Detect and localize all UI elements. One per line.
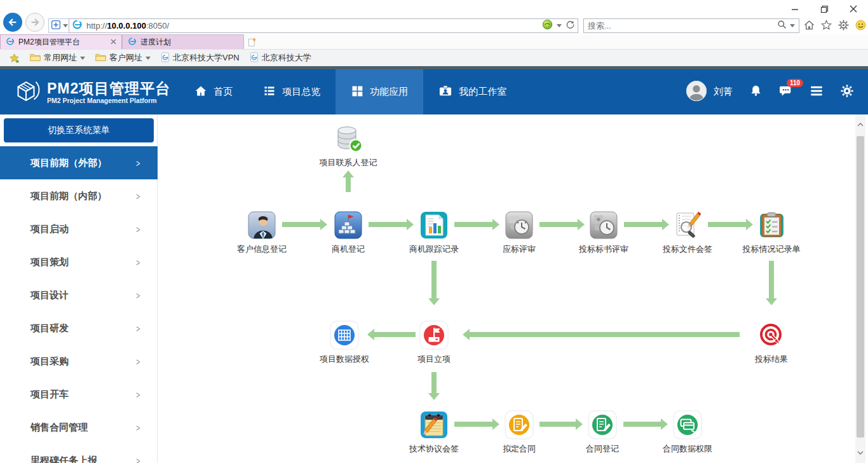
target-icon [756,320,787,350]
workflow-canvas: 项目联系人登记 客户信息登记 商机登记 商机跟踪记录 [158,114,855,463]
search-input[interactable] [588,21,777,31]
flow-node-technical-agreement-countersign[interactable]: 技术协议会签 [393,410,475,455]
flow-node-bid-record-sheet[interactable]: 投标情况记录单 [730,210,813,255]
search-caret-icon[interactable] [790,24,795,27]
new-tab-button[interactable] [244,34,261,49]
cube-logo-icon [11,76,41,108]
clipboard-checklist-icon [756,210,787,240]
workspace-icon [438,85,452,99]
flow-node-contract-data-permission[interactable]: 合同数据权限 [646,410,729,455]
settings-gear-icon[interactable] [837,19,850,34]
favorites-folder-common[interactable]: 常用网址 [26,51,89,65]
sidebar-item-sales-contract[interactable]: 销售合同管理> [0,411,158,444]
app-logo[interactable]: PM2项目管理平台 PM2 Project Management Platfor… [0,69,179,114]
sidebar-item-label: 项目启动 [31,223,69,235]
draft-contract-icon [504,410,534,440]
tab-close-icon[interactable] [111,38,116,46]
flow-node-customer-info-registration[interactable]: 客户信息登记 [220,210,303,255]
browser-window: http://10.0.0.100:8050/ [0,0,868,463]
close-window-button[interactable] [839,0,868,18]
search-icon[interactable] [777,20,787,32]
nav-home[interactable]: 首页 [179,69,248,114]
tab-pm2-platform[interactable]: PM2项目管理平台 [0,34,122,49]
user-menu[interactable]: 刘菁 [686,80,733,104]
sidebar-item-project-design[interactable]: 项目设计> [0,279,158,312]
cards-permission-icon [672,410,703,440]
nav-label: 功能应用 [370,86,408,98]
menu-button[interactable] [810,85,824,99]
chevron-right-icon: > [137,158,140,169]
flow-node-bid-document-review[interactable]: 投标标书评审 [562,210,645,255]
nav-my-workspace[interactable]: 我的工作室 [423,69,522,114]
switch-system-menu-button[interactable]: 切换至系统菜单 [4,118,154,142]
back-button[interactable] [3,13,22,32]
folder-icon [30,53,41,64]
sidebar-item-label: 项目设计 [31,289,69,301]
flow-arrow-down [428,261,440,305]
sidebar-item-project-drive[interactable]: 项目开车> [0,378,158,411]
clock-review-icon [504,210,534,240]
forward-button[interactable] [25,13,44,32]
app-header: PM2项目管理平台 PM2 Project Management Platfor… [0,69,868,114]
sidebar-item-milestone-report[interactable]: 里程碑任务上报> [0,444,158,463]
scrollbar-thumb[interactable] [857,136,864,438]
scroll-down-icon[interactable] [855,448,865,458]
sidebar-item-project-planning[interactable]: 项目策划> [0,245,158,279]
zone-add-button[interactable] [48,18,71,33]
sidebar-item-pre-external[interactable]: 项目前期（外部）> [0,146,158,179]
flow-arrow-right [708,219,753,230]
favorite-ustb[interactable]: 北京科技大学 [246,51,315,66]
flow-node-project-contact-registration[interactable]: 项目联系人登记 [307,123,390,169]
plugin-orb-icon[interactable] [542,19,553,32]
flow-node-contract-registration[interactable]: 合同登记 [561,410,644,455]
flow-node-bid-response-review[interactable]: 应标评审 [478,210,560,255]
nav-function-apps[interactable]: 功能应用 [336,69,423,114]
chevron-right-icon: > [137,257,140,268]
flow-node-label: 拟定合同 [503,443,536,455]
feedback-smiley-icon[interactable] [855,19,867,34]
flow-node-label: 投标文件会签 [663,244,712,255]
flow-node-draft-contract[interactable]: 拟定合同 [478,410,560,455]
flow-node-bid-result[interactable]: 投标结果 [730,320,813,365]
gear-icon [840,84,854,100]
sidebar-item-label: 项目采购 [31,356,69,368]
app-settings-button[interactable] [840,84,854,100]
sidebar-item-project-rnd[interactable]: 项目研发> [0,312,158,345]
list-icon [263,85,276,99]
flow-arrow-right [539,219,585,230]
home-icon[interactable] [803,19,815,34]
address-bar[interactable]: http://10.0.0.100:8050/ [69,18,578,33]
scroll-up-icon[interactable] [855,120,865,130]
flow-node-opportunity-tracking[interactable]: 商机跟踪记录 [393,210,475,255]
sidebar-item-project-start[interactable]: 项目启动> [0,212,158,245]
messages-button[interactable]: 110 [779,85,793,100]
chevron-right-icon: > [137,455,140,463]
nav-label: 项目总览 [282,86,320,98]
notifications-button[interactable] [749,84,763,100]
favorites-folder-customer[interactable]: 客户网址 [92,51,154,65]
tab-schedule-plan[interactable]: 进度计划 [122,34,244,49]
favorites-star-icon[interactable] [820,19,832,34]
flow-node-opportunity-registration[interactable]: 商机登记 [307,210,390,255]
vertical-scrollbar[interactable] [855,114,865,463]
address-dropdown-caret[interactable] [557,24,562,27]
flow-arrow-right [282,219,327,230]
chevron-right-icon: > [137,290,140,301]
add-favorite-star-icon[interactable] [5,52,24,65]
minimize-button[interactable] [780,0,810,18]
sidebar-item-pre-internal[interactable]: 项目前期（内部）> [0,179,158,212]
nav-project-overview[interactable]: 项目总览 [248,69,336,114]
search-box[interactable] [583,18,799,33]
grid-icon [351,85,363,99]
notepad-pencil-icon [419,410,449,440]
flow-node-label: 项目立项 [417,354,451,365]
folder-icon [95,53,106,64]
sidebar-item-procurement[interactable]: 项目采购> [0,345,158,378]
url-text: http://10.0.0.100:8050/ [86,21,542,31]
favorite-ustb-vpn[interactable]: 北京科技大学VPN [157,51,243,66]
flow-node-bid-file-countersign[interactable]: 投标文件会签 [646,210,729,255]
flow-node-project-data-authorization[interactable]: 项目数据授权 [303,320,386,365]
refresh-icon[interactable] [566,20,575,32]
restore-button[interactable] [810,0,839,18]
flow-node-project-initiation[interactable]: 项目立项 [393,320,475,365]
